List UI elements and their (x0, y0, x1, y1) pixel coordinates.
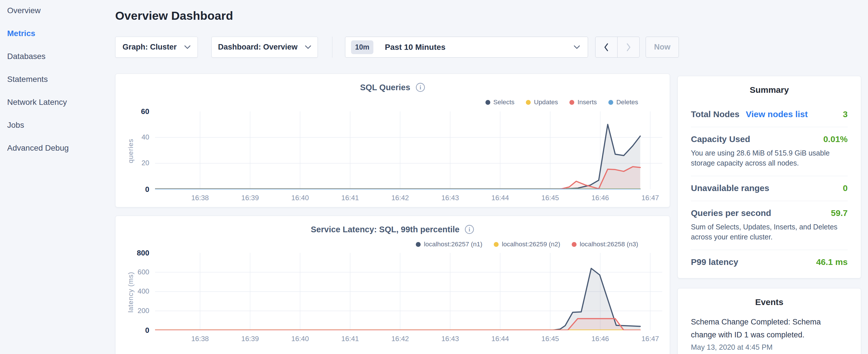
legend-item[interactable]: Updates (526, 99, 558, 106)
legend-label: Updates (534, 99, 558, 106)
legend-label: Selects (493, 99, 515, 106)
chevron-down-icon (305, 45, 311, 49)
legend-label: localhost:26258 (n3) (580, 240, 638, 248)
x-axis-tick-label: 16:40 (283, 335, 317, 343)
summary-body: Total Nodes View nodes list 3 Capacity U… (678, 95, 861, 275)
sidebar-item-metrics[interactable]: Metrics (7, 26, 115, 41)
now-button[interactable]: Now (646, 37, 679, 58)
info-icon[interactable]: i (415, 83, 425, 92)
x-axis-tick-label: 16:39 (233, 194, 267, 202)
x-axis-tick-label: 16:47 (633, 194, 668, 202)
sidebar-item-label: Databases (7, 52, 45, 61)
chart-legend: SelectsUpdatesInsertsDeletes (486, 99, 638, 106)
sidebar-item-advanced-debug[interactable]: Advanced Debug (7, 140, 115, 156)
event-timestamp: May 13, 2020 at 4:45 PM (691, 343, 848, 351)
y-axis-tick-label: 40 (122, 133, 149, 141)
sidebar-item-overview[interactable]: Overview (7, 3, 115, 19)
sidebar-item-label: Network Latency (7, 98, 67, 106)
stat-value: 0.01% (823, 134, 848, 144)
stat-label: Capacity Used (691, 134, 750, 144)
graph-dropdown[interactable]: Graph: Cluster (115, 37, 198, 58)
sidebar-item-label: Metrics (7, 29, 35, 38)
sidebar-item-jobs[interactable]: Jobs (7, 117, 115, 133)
now-button-label: Now (654, 43, 671, 52)
time-range-badge: 10m (351, 40, 373, 54)
x-axis-tick-label: 16:47 (633, 335, 668, 343)
chart-legend: localhost:26257 (n1)localhost:26259 (n2)… (416, 240, 638, 248)
chevron-down-icon (184, 45, 191, 49)
legend-label: Inserts (578, 99, 597, 106)
events-panel: Events Schema Change Completed: Schema c… (677, 288, 861, 354)
sidebar: Overview Metrics Databases Statements Ne… (0, 0, 115, 163)
time-step-buttons (595, 37, 640, 58)
events-list: Schema Change Completed: Schema change w… (678, 307, 861, 351)
sidebar-item-databases[interactable]: Databases (7, 49, 115, 64)
x-axis-tick-label: 16:46 (583, 335, 618, 343)
sidebar-item-label: Advanced Debug (7, 143, 69, 152)
sidebar-item-label: Overview (7, 6, 41, 15)
svg-text:i: i (420, 84, 421, 91)
x-axis-tick-label: 16:42 (383, 335, 417, 343)
y-axis-tick-label: 800 (122, 249, 149, 257)
legend-label: localhost:26257 (n1) (424, 240, 482, 248)
legend-dot-icon (526, 100, 531, 105)
legend-item[interactable]: Deletes (608, 99, 638, 106)
stat-label: Unavailable ranges (691, 183, 769, 193)
plot-area[interactable]: queries 16:3816:3916:4016:4116:4216:4316… (155, 111, 662, 189)
chart-title: Service Latency: SQL, 99th percentile (311, 225, 460, 234)
legend-label: localhost:26259 (n2) (502, 240, 560, 248)
events-heading: Events (678, 288, 861, 307)
legend-dot-icon (494, 242, 499, 247)
x-axis-tick-label: 16:43 (433, 194, 467, 202)
y-axis-title: queries (127, 104, 135, 198)
legend-dot-icon (608, 100, 613, 105)
view-nodes-list-link[interactable]: View nodes list (746, 109, 808, 119)
y-axis-tick-label: 0 (122, 185, 149, 194)
stat-subtext: Sum of Selects, Updates, Inserts, and De… (691, 222, 848, 242)
chevron-left-icon (603, 43, 609, 52)
event-text: Schema Change Completed: Schema change w… (691, 316, 848, 342)
plot-area[interactable]: latency (ms) 16:3816:3916:4016:4116:4216… (155, 253, 662, 330)
y-axis-tick-label: 200 (122, 307, 149, 315)
toolbar: Graph: Cluster Dashboard: Overview 10m P… (115, 37, 679, 58)
summary-panel: Summary Total Nodes View nodes list 3 Ca… (677, 76, 861, 279)
dashboard-dropdown[interactable]: Dashboard: Overview (212, 37, 318, 58)
legend-item[interactable]: Inserts (569, 99, 597, 106)
stat-label: P99 latency (691, 257, 738, 267)
x-axis-tick-label: 16:41 (333, 335, 367, 343)
x-axis-tick-label: 16:41 (333, 194, 367, 202)
event-list-item[interactable]: Schema Change Completed: Schema change w… (691, 316, 848, 351)
x-axis-tick-label: 16:38 (183, 335, 217, 343)
stat-row-capacity-used: Capacity Used 0.01% You are using 28.6 M… (691, 127, 848, 176)
stat-value: 46.1 ms (816, 257, 848, 267)
info-icon[interactable]: i (465, 225, 474, 234)
y-axis-tick-label: 400 (122, 287, 149, 295)
sidebar-item-statements[interactable]: Statements (7, 71, 115, 87)
legend-dot-icon (569, 100, 574, 105)
sidebar-item-label: Jobs (7, 121, 24, 129)
y-axis-tick-label: 600 (122, 268, 149, 276)
legend-item[interactable]: Selects (486, 99, 515, 106)
chart-title: SQL Queries (360, 83, 410, 92)
time-step-back-button[interactable] (595, 37, 617, 57)
legend-item[interactable]: localhost:26258 (n3) (572, 240, 638, 248)
legend-item[interactable]: localhost:26259 (n2) (494, 240, 560, 248)
chevron-right-icon (626, 43, 631, 52)
stat-value: 3 (843, 109, 848, 119)
stat-value: 0 (843, 183, 848, 193)
stat-row-total-nodes: Total Nodes View nodes list 3 (691, 102, 848, 127)
x-axis-tick-label: 16:46 (583, 194, 618, 202)
stat-row-queries-per-second: Queries per second 59.7 Sum of Selects, … (691, 201, 848, 250)
stat-value: 59.7 (831, 208, 848, 218)
legend-item[interactable]: localhost:26257 (n1) (416, 240, 482, 248)
stat-label: Queries per second (691, 208, 771, 218)
chevron-down-icon (574, 45, 580, 49)
graph-dropdown-label: Graph: Cluster (122, 43, 177, 52)
legend-label: Deletes (616, 99, 638, 106)
page-title: Overview Dashboard (115, 9, 233, 23)
chart-title-row: Service Latency: SQL, 99th percentile i (116, 225, 670, 234)
time-step-forward-button[interactable] (617, 37, 639, 57)
sidebar-item-network-latency[interactable]: Network Latency (7, 94, 115, 110)
time-range-dropdown[interactable]: 10m Past 10 Minutes (345, 37, 588, 58)
x-axis-tick-label: 16:44 (483, 194, 517, 202)
